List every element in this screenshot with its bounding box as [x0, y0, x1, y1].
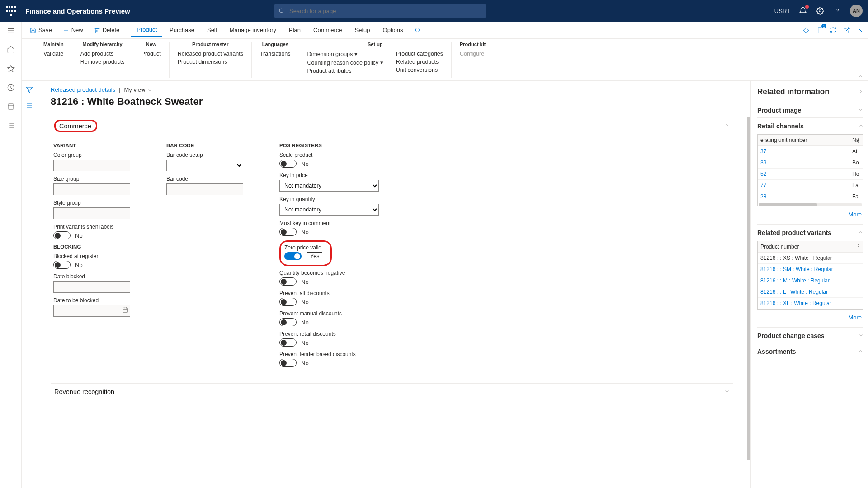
- scale-product-toggle[interactable]: [279, 160, 297, 168]
- grid-link[interactable]: 81216 : : M : White : Regular: [758, 275, 863, 286]
- ribbon-link[interactable]: Product dimensions: [178, 58, 243, 66]
- date-tobe-input[interactable]: [53, 305, 130, 317]
- ribbon-link[interactable]: Validate: [43, 50, 64, 58]
- prevent-all-toggle[interactable]: [279, 298, 297, 306]
- calendar-icon[interactable]: [122, 307, 128, 314]
- grid-link[interactable]: 52: [758, 169, 849, 179]
- rp-related-variants[interactable]: Related product variants: [757, 229, 863, 236]
- more-link[interactable]: More: [757, 314, 862, 321]
- ribbon-link[interactable]: Product categories: [396, 50, 443, 58]
- blocked-register-toggle[interactable]: [53, 261, 71, 269]
- grid-link[interactable]: 37: [758, 146, 849, 157]
- col-barcode: BAR CODE Bar code setup Bar code: [166, 141, 252, 200]
- tab-commerce[interactable]: Commerce: [308, 23, 348, 37]
- ribbon-link[interactable]: Released product variants: [178, 50, 243, 58]
- top-bar: Finance and Operations Preview USRT AN: [0, 0, 868, 22]
- tab-plan[interactable]: Plan: [283, 23, 306, 37]
- prevent-tender-toggle[interactable]: [279, 359, 297, 367]
- svg-rect-22: [803, 28, 808, 33]
- zero-price-value: Yes: [307, 252, 322, 260]
- style-group-input[interactable]: [53, 207, 130, 219]
- home-icon[interactable]: [6, 45, 15, 54]
- fasttab-header[interactable]: Commerce: [51, 115, 733, 136]
- favorites-icon[interactable]: [6, 64, 15, 73]
- new-button[interactable]: New: [58, 24, 88, 36]
- more-link[interactable]: More: [757, 211, 862, 218]
- ribbon-link[interactable]: Product attributes: [307, 67, 383, 75]
- rp-product-image[interactable]: Product image: [757, 107, 863, 114]
- save-button[interactable]: Save: [25, 24, 57, 36]
- ribbon: Maintain Validate Modify hierarchy Add p…: [22, 39, 868, 81]
- help-icon[interactable]: [833, 6, 842, 15]
- recent-icon[interactable]: [6, 83, 15, 92]
- hamburger-icon[interactable]: [6, 26, 15, 35]
- workspaces-icon[interactable]: [6, 102, 15, 111]
- popout-icon[interactable]: [843, 26, 851, 34]
- user-avatar[interactable]: AN: [850, 5, 863, 17]
- view-selector[interactable]: My view: [124, 86, 152, 93]
- must-key-toggle[interactable]: [279, 228, 297, 236]
- ribbon-link[interactable]: Counting reason code policy ▾: [307, 58, 383, 67]
- lines-icon[interactable]: [26, 102, 34, 110]
- close-icon[interactable]: [856, 26, 864, 34]
- breadcrumb-link[interactable]: Released product details: [51, 86, 115, 93]
- tab-manage-inventory[interactable]: Manage inventory: [224, 23, 282, 37]
- attach-icon[interactable]: 1: [816, 26, 824, 34]
- company-selector[interactable]: USRT: [774, 8, 790, 14]
- grid-link[interactable]: 77: [758, 180, 849, 191]
- rp-assortments[interactable]: Assortments: [757, 348, 863, 355]
- ribbon-link[interactable]: Translations: [260, 50, 291, 58]
- grid-hscrollbar[interactable]: [759, 203, 862, 206]
- key-price-select[interactable]: Not mandatory: [279, 180, 379, 192]
- prevent-manual-toggle[interactable]: [279, 318, 297, 326]
- color-group-input[interactable]: [53, 160, 130, 171]
- ribbon-link[interactable]: Related products: [396, 58, 443, 66]
- date-blocked-input[interactable]: [53, 281, 130, 293]
- action-search-icon[interactable]: [410, 25, 425, 36]
- grid-link[interactable]: 81216 : : L : White : Regular: [758, 286, 863, 297]
- ribbon-link[interactable]: Dimension groups ▾: [307, 50, 383, 58]
- modules-icon[interactable]: [6, 121, 15, 130]
- svg-marker-26: [26, 87, 32, 93]
- app-launcher-icon[interactable]: [5, 5, 16, 16]
- ribbon-link[interactable]: Product: [142, 50, 161, 58]
- ribbon-link[interactable]: Unit conversions: [396, 66, 443, 74]
- grid-link[interactable]: 28: [758, 191, 849, 202]
- tab-product[interactable]: Product: [131, 23, 162, 37]
- print-variants-toggle[interactable]: [53, 231, 71, 239]
- grid-link[interactable]: 39: [758, 157, 849, 168]
- tab-setup[interactable]: Setup: [349, 23, 376, 37]
- content-scrollbar[interactable]: [746, 81, 750, 488]
- grid-link[interactable]: 81216 : : SM : White : Regular: [758, 264, 863, 275]
- barcode-input[interactable]: [166, 183, 243, 195]
- fasttab-header[interactable]: Revenue recognition: [51, 384, 733, 400]
- settings-icon[interactable]: [816, 6, 825, 15]
- svg-point-3: [834, 8, 840, 14]
- ribbon-link[interactable]: Remove products: [80, 58, 125, 66]
- ribbon-collapse-icon[interactable]: [858, 74, 863, 80]
- key-qty-select[interactable]: Not mandatory: [279, 204, 379, 216]
- size-group-input[interactable]: [53, 183, 130, 195]
- diamond-icon[interactable]: [802, 26, 810, 34]
- rp-product-change[interactable]: Product change cases: [757, 332, 863, 339]
- tab-sell[interactable]: Sell: [202, 23, 222, 37]
- grid-link[interactable]: 81216 : : XL : White : Regular: [758, 298, 863, 309]
- notifications-icon[interactable]: [798, 6, 807, 15]
- ribbon-link[interactable]: Add products: [80, 50, 125, 58]
- rp-retail-channels[interactable]: Retail channels: [757, 122, 863, 130]
- tab-options[interactable]: Options: [377, 23, 409, 37]
- grid-options-icon[interactable]: ⋮: [855, 243, 861, 250]
- qty-neg-toggle[interactable]: [279, 277, 297, 286]
- chevron-right-icon[interactable]: [858, 87, 863, 96]
- zero-price-toggle[interactable]: [284, 252, 302, 260]
- grid-options-icon[interactable]: ⋮: [855, 136, 861, 144]
- grid-cell: 81216 : : XS : White : Regular: [758, 253, 863, 263]
- tab-purchase[interactable]: Purchase: [164, 23, 200, 37]
- search-input[interactable]: [288, 7, 482, 15]
- barcode-setup-select[interactable]: [166, 160, 243, 171]
- prevent-retail-toggle[interactable]: [279, 338, 297, 347]
- global-search[interactable]: [274, 4, 486, 18]
- refresh-icon[interactable]: [829, 26, 837, 34]
- filter-icon[interactable]: [26, 86, 34, 94]
- delete-button[interactable]: Delete: [90, 24, 124, 36]
